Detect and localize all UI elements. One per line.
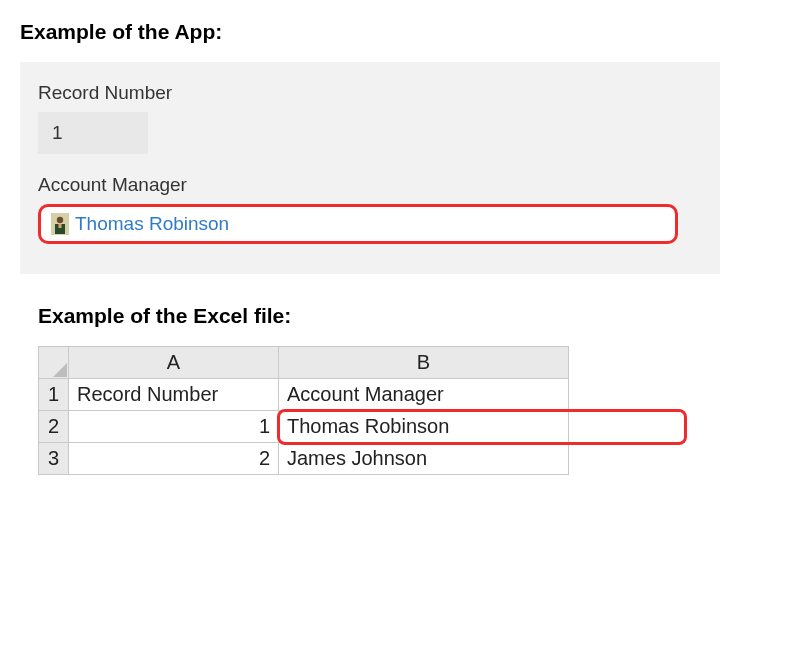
app-panel: Record Number 1 Account Manager Thomas R…	[20, 62, 720, 274]
excel-cell-a3[interactable]: 2	[69, 443, 279, 475]
excel-cell-b1[interactable]: Account Manager	[279, 379, 569, 411]
excel-row-1: 1 Record Number Account Manager	[39, 379, 569, 411]
account-manager-label: Account Manager	[38, 174, 702, 196]
svg-point-1	[57, 217, 63, 223]
account-manager-row: Thomas Robinson	[38, 204, 678, 244]
excel-select-all-corner[interactable]	[39, 347, 69, 379]
account-manager-name[interactable]: Thomas Robinson	[75, 213, 229, 235]
user-avatar-icon	[51, 213, 69, 235]
excel-column-header-row: A B	[39, 347, 569, 379]
excel-row-2: 2 1 Thomas Robinson	[39, 411, 569, 443]
excel-cell-b2[interactable]: Thomas Robinson	[279, 411, 569, 443]
excel-cell-a2[interactable]: 1	[69, 411, 279, 443]
excel-row-header-1[interactable]: 1	[39, 379, 69, 411]
excel-table: A B 1 Record Number Account Manager 2 1 …	[38, 346, 569, 475]
excel-row-header-3[interactable]: 3	[39, 443, 69, 475]
excel-row-header-2[interactable]: 2	[39, 411, 69, 443]
excel-col-header-b[interactable]: B	[279, 347, 569, 379]
heading-excel-example: Example of the Excel file:	[38, 304, 776, 328]
record-number-label: Record Number	[38, 82, 702, 104]
arrow-link-icon	[20, 475, 796, 658]
excel-col-header-a[interactable]: A	[69, 347, 279, 379]
excel-table-wrap: A B 1 Record Number Account Manager 2 1 …	[38, 346, 776, 475]
svg-rect-3	[59, 224, 62, 228]
excel-cell-b3[interactable]: James Johnson	[279, 443, 569, 475]
excel-cell-a1[interactable]: Record Number	[69, 379, 279, 411]
svg-marker-4	[53, 363, 67, 377]
heading-app-example: Example of the App:	[20, 20, 776, 44]
excel-row-3: 3 2 James Johnson	[39, 443, 569, 475]
record-number-value: 1	[38, 112, 148, 154]
